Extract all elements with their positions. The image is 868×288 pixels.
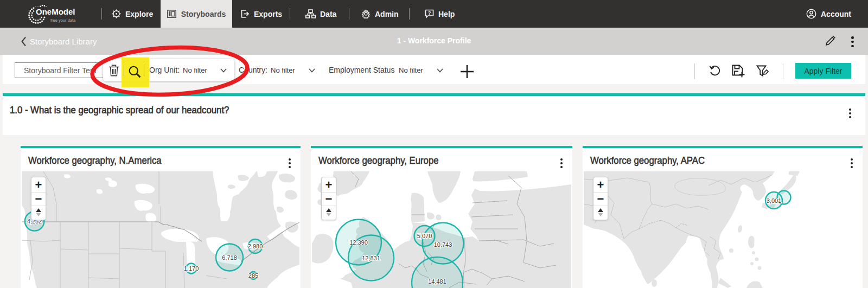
svg-text:?: ?	[428, 10, 431, 16]
svg-text:10,743: 10,743	[434, 241, 452, 248]
svg-text:2,980: 2,980	[248, 243, 263, 249]
svg-text:6,718: 6,718	[222, 254, 237, 261]
svg-text:12,831: 12,831	[362, 255, 380, 261]
svg-text:1,170: 1,170	[184, 265, 199, 272]
svg-text:5,070: 5,070	[417, 233, 432, 239]
svg-text:285: 285	[248, 272, 258, 279]
svg-text:3,001: 3,001	[767, 197, 782, 204]
svg-text:14,481: 14,481	[428, 278, 446, 285]
svg-text:12,390: 12,390	[349, 239, 368, 246]
